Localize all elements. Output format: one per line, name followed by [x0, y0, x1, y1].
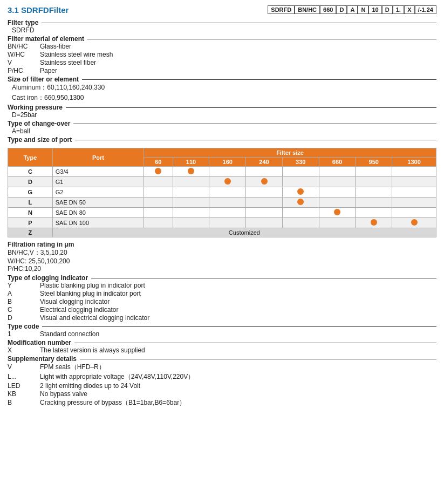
col-330: 330	[282, 158, 319, 167]
table-cell	[282, 177, 319, 187]
clogging-y-val: Plastic blanking plug in indicator port	[40, 282, 436, 289]
content-area: Filter type SDRFD Filter material of ele…	[8, 19, 436, 407]
bnhc-key: BN/HC	[8, 43, 40, 50]
filter-material-bnhc: BN/HC Glass-fiber	[8, 43, 436, 50]
table-cell	[356, 197, 392, 208]
table-row: NSAE DN 80	[8, 208, 436, 218]
type-code-1-val: Standard connection	[40, 330, 436, 338]
supp-led-key: LED	[8, 382, 40, 390]
supp-kb-val: No bypass valve	[40, 390, 436, 398]
phc-key: P/HC	[8, 67, 40, 74]
table-row: LSAE DN 50	[8, 197, 436, 208]
table-cell	[392, 177, 436, 187]
row-type-z: Z	[8, 228, 53, 237]
dot-indicator	[224, 178, 231, 185]
whc-val: Stainless steel wire mesh	[40, 51, 436, 58]
filter-material-line	[87, 39, 436, 39]
port-label: Type and size of port	[8, 136, 72, 144]
supp-l-key: L...	[8, 373, 40, 380]
dot-indicator	[297, 199, 304, 205]
model-part-7: 10	[368, 5, 381, 14]
clogging-b: B Visual clogging indicator	[8, 298, 436, 305]
table-cell	[282, 187, 319, 197]
table-row: GG2	[8, 187, 436, 197]
size-cast-iron: Cast iron：660,950,1300	[12, 93, 436, 103]
table-row: PSAE DN 100	[8, 218, 436, 228]
port-section: Type and size of port	[8, 136, 436, 144]
table-cell	[392, 218, 436, 228]
clogging-a-val: Steel blanking plug in indicator port	[40, 290, 436, 297]
table-cell	[173, 197, 209, 208]
table-cell	[246, 197, 283, 208]
table-cell	[144, 208, 173, 218]
table-type-header: Type	[8, 148, 53, 167]
model-part-8: D	[382, 5, 393, 14]
table-cell	[209, 218, 246, 228]
table-cell	[392, 197, 436, 208]
table-cell	[356, 187, 392, 197]
dot-indicator	[155, 168, 161, 174]
table-cell	[173, 208, 209, 218]
table-cell	[144, 197, 173, 208]
dot-indicator	[411, 219, 418, 226]
model-part-2: BN/HC	[295, 5, 320, 14]
table-filter-size-header: Filter size	[144, 148, 436, 158]
col-160: 160	[209, 158, 246, 167]
table-cell	[392, 208, 436, 218]
row-type: C	[8, 167, 53, 177]
table-cell	[282, 208, 319, 218]
port-line	[75, 140, 436, 140]
table-cell	[319, 167, 356, 177]
clogging-a: A Steel blanking plug in indicator port	[8, 290, 436, 297]
type-code-label: Type code	[8, 323, 39, 330]
bnhc-val: Glass-fiber	[40, 43, 436, 50]
table-cell	[246, 167, 283, 177]
clogging-a-key: A	[8, 290, 40, 297]
table-cell	[173, 167, 209, 177]
model-code-boxes: SDRFD BN/HC 660 D A N 10 D 1. X /-1.24	[268, 5, 436, 14]
dot-indicator	[371, 219, 377, 226]
col-240: 240	[246, 158, 283, 167]
table-cell	[319, 208, 356, 218]
supplementary-label: Supplementary details	[8, 355, 77, 363]
row-type: P	[8, 218, 53, 228]
modification-label: Modification number	[8, 339, 71, 346]
clogging-line	[91, 278, 436, 278]
clogging-d-key: D	[8, 314, 40, 322]
dot-indicator	[297, 188, 304, 195]
table-cell	[209, 187, 246, 197]
filtration-line-2: W/HC: 25,50,100,200	[8, 257, 436, 265]
size-filter-section: Size of filter or element	[8, 76, 436, 83]
model-part-5: A	[347, 5, 358, 14]
filter-type-line	[42, 23, 436, 23]
table-row: DG1	[8, 177, 436, 187]
row-customized: Customized	[52, 228, 436, 237]
size-filter-line	[82, 79, 436, 80]
table-cell	[319, 187, 356, 197]
clogging-c-val: Electrical clogging indicator	[40, 306, 436, 314]
row-type: D	[8, 177, 53, 187]
filter-type-label: Filter type	[8, 19, 38, 26]
table-cell	[246, 218, 283, 228]
filter-material-label: Filter material of element	[8, 35, 84, 43]
phc-val: Paper	[40, 67, 436, 74]
type-code-section: Type code	[8, 323, 436, 330]
model-part-11: /-1.24	[415, 5, 436, 14]
table-cell	[356, 167, 392, 177]
table-cell	[319, 177, 356, 187]
modification-x-key: X	[8, 346, 40, 354]
size-aluminum: Aluminum：60,110,160,240,330	[12, 83, 436, 92]
table-row: ZCustomized	[8, 228, 436, 237]
model-part-1: SDRFD	[268, 5, 295, 14]
supplementary-section: Supplementary details	[8, 355, 436, 363]
row-port: G1	[52, 177, 144, 187]
supp-led: LED 2 light emitting diodes up to 24 Vol…	[8, 382, 436, 390]
supplementary-line	[80, 359, 436, 359]
whc-key: W/HC	[8, 51, 40, 58]
filter-material-section: Filter material of element	[8, 35, 436, 43]
col-110: 110	[173, 158, 209, 167]
table-cell	[144, 167, 173, 177]
filter-material-whc: W/HC Stainless steel wire mesh	[8, 51, 436, 58]
table-cell	[209, 167, 246, 177]
table-cell	[246, 208, 283, 218]
